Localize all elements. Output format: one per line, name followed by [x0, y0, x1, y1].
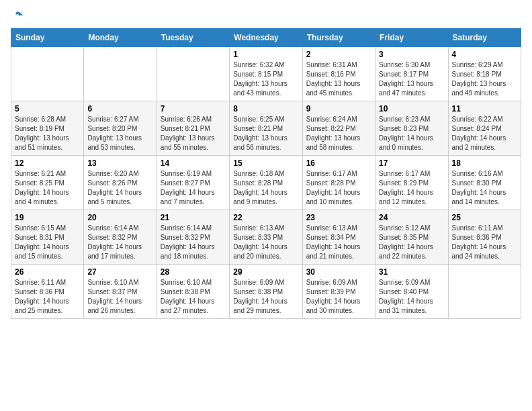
calendar-cell: 12Sunrise: 6:21 AM Sunset: 8:25 PM Dayli…	[11, 156, 84, 210]
calendar-cell	[448, 265, 521, 319]
day-number: 29	[233, 267, 298, 277]
day-info: Sunrise: 6:14 AM Sunset: 8:32 PM Dayligh…	[161, 224, 226, 261]
day-info: Sunrise: 6:20 AM Sunset: 8:26 PM Dayligh…	[87, 169, 152, 207]
column-header-tuesday: Tuesday	[157, 29, 229, 47]
calendar-cell	[157, 47, 229, 101]
calendar-cell: 16Sunrise: 6:17 AM Sunset: 8:28 PM Dayli…	[302, 156, 375, 210]
day-number: 28	[161, 267, 226, 277]
day-number: 10	[379, 104, 444, 113]
day-number: 14	[161, 158, 226, 168]
day-info: Sunrise: 6:32 AM Sunset: 8:15 PM Dayligh…	[233, 60, 298, 98]
day-number: 26	[15, 267, 80, 277]
calendar-cell: 4Sunrise: 6:29 AM Sunset: 8:18 PM Daylig…	[448, 47, 521, 101]
logo-bird-icon	[12, 11, 24, 23]
column-header-saturday: Saturday	[448, 29, 521, 47]
day-number: 9	[306, 104, 371, 113]
calendar-cell: 22Sunrise: 6:13 AM Sunset: 8:33 PM Dayli…	[230, 210, 302, 265]
day-info: Sunrise: 6:29 AM Sunset: 8:18 PM Dayligh…	[452, 60, 517, 98]
day-number: 19	[15, 213, 80, 222]
day-info: Sunrise: 6:13 AM Sunset: 8:33 PM Dayligh…	[233, 224, 298, 261]
day-info: Sunrise: 6:17 AM Sunset: 8:29 PM Dayligh…	[379, 169, 444, 207]
day-info: Sunrise: 6:30 AM Sunset: 8:17 PM Dayligh…	[379, 60, 444, 98]
calendar-cell: 17Sunrise: 6:17 AM Sunset: 8:29 PM Dayli…	[375, 156, 448, 210]
calendar-cell: 11Sunrise: 6:22 AM Sunset: 8:24 PM Dayli…	[448, 101, 521, 156]
calendar-cell: 23Sunrise: 6:13 AM Sunset: 8:34 PM Dayli…	[302, 210, 375, 265]
day-info: Sunrise: 6:24 AM Sunset: 8:22 PM Dayligh…	[306, 115, 371, 152]
day-number: 18	[452, 158, 517, 168]
page-header	[11, 11, 521, 20]
day-number: 15	[233, 158, 298, 168]
day-number: 25	[452, 213, 517, 222]
calendar-week-row: 1Sunrise: 6:32 AM Sunset: 8:15 PM Daylig…	[11, 47, 521, 101]
day-info: Sunrise: 6:11 AM Sunset: 8:36 PM Dayligh…	[452, 224, 517, 261]
calendar-cell: 15Sunrise: 6:18 AM Sunset: 8:28 PM Dayli…	[230, 156, 302, 210]
day-info: Sunrise: 6:11 AM Sunset: 8:36 PM Dayligh…	[15, 278, 80, 316]
calendar-cell: 25Sunrise: 6:11 AM Sunset: 8:36 PM Dayli…	[448, 210, 521, 265]
column-header-sunday: Sunday	[11, 29, 84, 47]
day-number: 13	[87, 158, 152, 168]
day-number: 31	[379, 267, 444, 277]
day-info: Sunrise: 6:15 AM Sunset: 8:31 PM Dayligh…	[15, 224, 80, 261]
day-info: Sunrise: 6:09 AM Sunset: 8:38 PM Dayligh…	[233, 278, 298, 316]
day-info: Sunrise: 6:27 AM Sunset: 8:20 PM Dayligh…	[87, 115, 152, 152]
day-number: 21	[161, 213, 226, 222]
calendar-header-row: SundayMondayTuesdayWednesdayThursdayFrid…	[11, 29, 521, 47]
day-info: Sunrise: 6:12 AM Sunset: 8:35 PM Dayligh…	[379, 224, 444, 261]
day-number: 24	[379, 213, 444, 222]
day-info: Sunrise: 6:28 AM Sunset: 8:19 PM Dayligh…	[15, 115, 80, 152]
day-number: 11	[452, 104, 517, 113]
calendar-cell: 29Sunrise: 6:09 AM Sunset: 8:38 PM Dayli…	[230, 265, 302, 319]
calendar-cell: 2Sunrise: 6:31 AM Sunset: 8:16 PM Daylig…	[302, 47, 375, 101]
calendar-cell	[11, 47, 84, 101]
day-number: 23	[306, 213, 371, 222]
day-info: Sunrise: 6:14 AM Sunset: 8:32 PM Dayligh…	[87, 224, 152, 261]
day-number: 8	[233, 104, 298, 113]
day-info: Sunrise: 6:16 AM Sunset: 8:30 PM Dayligh…	[452, 169, 517, 207]
calendar-cell: 31Sunrise: 6:09 AM Sunset: 8:40 PM Dayli…	[375, 265, 448, 319]
calendar-week-row: 19Sunrise: 6:15 AM Sunset: 8:31 PM Dayli…	[11, 210, 521, 265]
column-header-wednesday: Wednesday	[230, 29, 302, 47]
day-info: Sunrise: 6:18 AM Sunset: 8:28 PM Dayligh…	[233, 169, 298, 207]
day-info: Sunrise: 6:21 AM Sunset: 8:25 PM Dayligh…	[15, 169, 80, 207]
calendar-cell: 27Sunrise: 6:10 AM Sunset: 8:37 PM Dayli…	[84, 265, 157, 319]
calendar-cell: 26Sunrise: 6:11 AM Sunset: 8:36 PM Dayli…	[11, 265, 84, 319]
day-info: Sunrise: 6:17 AM Sunset: 8:28 PM Dayligh…	[306, 169, 371, 207]
calendar-cell: 18Sunrise: 6:16 AM Sunset: 8:30 PM Dayli…	[448, 156, 521, 210]
column-header-friday: Friday	[375, 29, 448, 47]
calendar-week-row: 12Sunrise: 6:21 AM Sunset: 8:25 PM Dayli…	[11, 156, 521, 210]
day-info: Sunrise: 6:09 AM Sunset: 8:40 PM Dayligh…	[379, 278, 444, 316]
day-number: 12	[15, 158, 80, 168]
day-number: 4	[452, 50, 517, 59]
day-number: 3	[379, 50, 444, 59]
day-number: 7	[161, 104, 226, 113]
day-number: 30	[306, 267, 371, 277]
day-info: Sunrise: 6:26 AM Sunset: 8:21 PM Dayligh…	[161, 115, 226, 152]
calendar-cell: 7Sunrise: 6:26 AM Sunset: 8:21 PM Daylig…	[157, 101, 229, 156]
calendar-cell: 3Sunrise: 6:30 AM Sunset: 8:17 PM Daylig…	[375, 47, 448, 101]
day-info: Sunrise: 6:31 AM Sunset: 8:16 PM Dayligh…	[306, 60, 371, 98]
calendar-cell: 13Sunrise: 6:20 AM Sunset: 8:26 PM Dayli…	[84, 156, 157, 210]
day-number: 16	[306, 158, 371, 168]
calendar-table: SundayMondayTuesdayWednesdayThursdayFrid…	[11, 28, 521, 319]
day-number: 22	[233, 213, 298, 222]
calendar-cell: 28Sunrise: 6:10 AM Sunset: 8:38 PM Dayli…	[157, 265, 229, 319]
calendar-cell: 5Sunrise: 6:28 AM Sunset: 8:19 PM Daylig…	[11, 101, 84, 156]
calendar-cell: 24Sunrise: 6:12 AM Sunset: 8:35 PM Dayli…	[375, 210, 448, 265]
day-info: Sunrise: 6:13 AM Sunset: 8:34 PM Dayligh…	[306, 224, 371, 261]
calendar-cell: 1Sunrise: 6:32 AM Sunset: 8:15 PM Daylig…	[230, 47, 302, 101]
day-number: 2	[306, 50, 371, 59]
calendar-cell: 6Sunrise: 6:27 AM Sunset: 8:20 PM Daylig…	[84, 101, 157, 156]
calendar-cell: 9Sunrise: 6:24 AM Sunset: 8:22 PM Daylig…	[302, 101, 375, 156]
calendar-cell: 21Sunrise: 6:14 AM Sunset: 8:32 PM Dayli…	[157, 210, 229, 265]
calendar-cell: 19Sunrise: 6:15 AM Sunset: 8:31 PM Dayli…	[11, 210, 84, 265]
day-info: Sunrise: 6:09 AM Sunset: 8:39 PM Dayligh…	[306, 278, 371, 316]
calendar-cell: 10Sunrise: 6:23 AM Sunset: 8:23 PM Dayli…	[375, 101, 448, 156]
calendar-week-row: 26Sunrise: 6:11 AM Sunset: 8:36 PM Dayli…	[11, 265, 521, 319]
day-info: Sunrise: 6:19 AM Sunset: 8:27 PM Dayligh…	[161, 169, 226, 207]
day-number: 5	[15, 104, 80, 113]
day-number: 27	[87, 267, 152, 277]
column-header-thursday: Thursday	[302, 29, 375, 47]
day-info: Sunrise: 6:10 AM Sunset: 8:37 PM Dayligh…	[87, 278, 152, 316]
calendar-cell: 14Sunrise: 6:19 AM Sunset: 8:27 PM Dayli…	[157, 156, 229, 210]
calendar-week-row: 5Sunrise: 6:28 AM Sunset: 8:19 PM Daylig…	[11, 101, 521, 156]
